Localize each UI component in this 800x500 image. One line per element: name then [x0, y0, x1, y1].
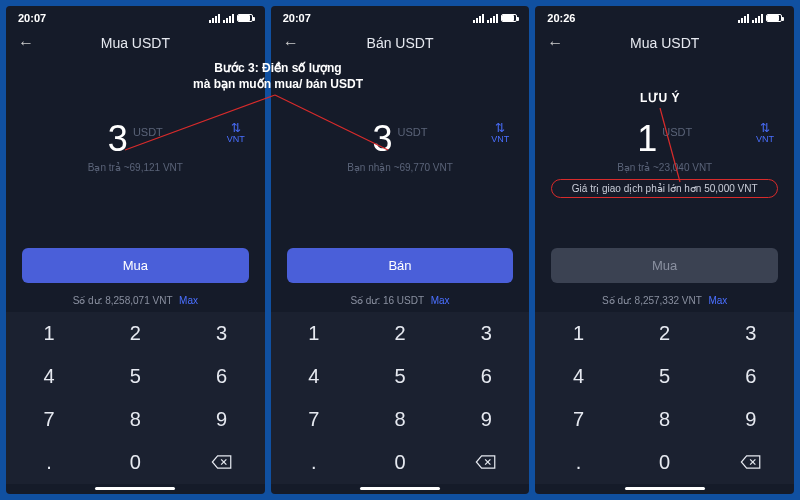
- screen-sell: 20:07 ← Bán USDT 3 USDT ⇅ VNT Bạn nhận ~…: [271, 6, 530, 494]
- numeric-keypad: 123456789.0: [535, 312, 794, 484]
- key-5[interactable]: 5: [92, 355, 178, 398]
- signal-icon: [209, 14, 220, 23]
- key-9[interactable]: 9: [708, 398, 794, 441]
- key-5[interactable]: 5: [357, 355, 443, 398]
- status-icons: [738, 14, 782, 23]
- key-3[interactable]: 3: [178, 312, 264, 355]
- amount-value: 3: [373, 118, 393, 160]
- header: ← Mua USDT: [6, 26, 265, 56]
- numeric-keypad: 123456789.0: [6, 312, 265, 484]
- amount-unit: USDT: [133, 126, 163, 138]
- signal-icon: [752, 14, 763, 23]
- key-8[interactable]: 8: [92, 398, 178, 441]
- balance-row: Số dư: 16 USDT Max: [271, 291, 530, 312]
- screen-warning: 20:26 ← Mua USDT 1 USDT ⇅ VNT Bạn trả ~2…: [535, 6, 794, 494]
- key-9[interactable]: 9: [178, 398, 264, 441]
- amount-value: 3: [108, 118, 128, 160]
- key-2[interactable]: 2: [357, 312, 443, 355]
- key-0[interactable]: 0: [357, 441, 443, 484]
- key-7[interactable]: 7: [6, 398, 92, 441]
- numeric-keypad: 123456789.0: [271, 312, 530, 484]
- swap-label: VNT: [491, 134, 509, 144]
- screen-buy: 20:07 ← Mua USDT 3 USDT ⇅ VNT Bạn trả ~6…: [6, 6, 265, 494]
- home-indicator[interactable]: [625, 487, 705, 490]
- key-7[interactable]: 7: [535, 398, 621, 441]
- max-button[interactable]: Max: [431, 295, 450, 306]
- key-5[interactable]: 5: [622, 355, 708, 398]
- conversion-text: Bạn nhận ~69,770 VNT: [271, 162, 530, 173]
- header: ← Mua USDT: [535, 26, 794, 56]
- key-1[interactable]: 1: [535, 312, 621, 355]
- key-3[interactable]: 3: [443, 312, 529, 355]
- signal-icon: [738, 14, 749, 23]
- amount-value: 1: [637, 118, 657, 160]
- swap-currency-button[interactable]: ⇅ VNT: [227, 122, 245, 145]
- amount-unit: USDT: [398, 126, 428, 138]
- home-indicator[interactable]: [95, 487, 175, 490]
- key-1[interactable]: 1: [6, 312, 92, 355]
- signal-icon: [487, 14, 498, 23]
- status-icons: [209, 14, 253, 23]
- key-7[interactable]: 7: [271, 398, 357, 441]
- min-amount-warning: Giá trị giao dịch phải lớn hơn 50,000 VN…: [551, 179, 778, 198]
- swap-label: VNT: [756, 134, 774, 144]
- status-icons: [473, 14, 517, 23]
- conversion-text: Bạn trả ~23,040 VNT: [535, 162, 794, 173]
- key-2[interactable]: 2: [622, 312, 708, 355]
- amount-input[interactable]: 3 USDT ⇅ VNT: [6, 118, 265, 160]
- page-title: Mua USDT: [18, 35, 253, 51]
- balance-row: Số dư: 8,258,071 VNT Max: [6, 291, 265, 312]
- status-time: 20:26: [547, 12, 575, 24]
- balance-text: Số dư: 8,258,071 VNT: [73, 295, 173, 306]
- home-indicator[interactable]: [360, 487, 440, 490]
- buy-button[interactable]: Mua: [22, 248, 249, 283]
- balance-text: Số dư: 16 USDT: [350, 295, 424, 306]
- max-button[interactable]: Max: [708, 295, 727, 306]
- key-dot[interactable]: .: [271, 441, 357, 484]
- swap-currency-button[interactable]: ⇅ VNT: [756, 122, 774, 145]
- battery-icon: [766, 14, 782, 22]
- signal-icon: [223, 14, 234, 23]
- swap-label: VNT: [227, 134, 245, 144]
- key-4[interactable]: 4: [271, 355, 357, 398]
- key-8[interactable]: 8: [622, 398, 708, 441]
- status-bar: 20:07: [271, 6, 530, 26]
- key-6[interactable]: 6: [708, 355, 794, 398]
- key-4[interactable]: 4: [6, 355, 92, 398]
- key-8[interactable]: 8: [357, 398, 443, 441]
- max-button[interactable]: Max: [179, 295, 198, 306]
- page-title: Mua USDT: [547, 35, 782, 51]
- status-bar: 20:07: [6, 6, 265, 26]
- conversion-text: Bạn trả ~69,121 VNT: [6, 162, 265, 173]
- status-bar: 20:26: [535, 6, 794, 26]
- amount-unit: USDT: [662, 126, 692, 138]
- key-9[interactable]: 9: [443, 398, 529, 441]
- key-4[interactable]: 4: [535, 355, 621, 398]
- page-title: Bán USDT: [283, 35, 518, 51]
- swap-currency-button[interactable]: ⇅ VNT: [491, 122, 509, 145]
- key-1[interactable]: 1: [271, 312, 357, 355]
- battery-icon: [237, 14, 253, 22]
- key-6[interactable]: 6: [178, 355, 264, 398]
- key-backspace[interactable]: [178, 441, 264, 484]
- key-dot[interactable]: .: [535, 441, 621, 484]
- sell-button[interactable]: Bán: [287, 248, 514, 283]
- battery-icon: [501, 14, 517, 22]
- buy-button-disabled: Mua: [551, 248, 778, 283]
- signal-icon: [473, 14, 484, 23]
- key-2[interactable]: 2: [92, 312, 178, 355]
- header: ← Bán USDT: [271, 26, 530, 56]
- amount-input[interactable]: 1 USDT ⇅ VNT: [535, 118, 794, 160]
- key-backspace[interactable]: [708, 441, 794, 484]
- key-0[interactable]: 0: [622, 441, 708, 484]
- key-dot[interactable]: .: [6, 441, 92, 484]
- status-time: 20:07: [283, 12, 311, 24]
- key-backspace[interactable]: [443, 441, 529, 484]
- key-0[interactable]: 0: [92, 441, 178, 484]
- amount-input[interactable]: 3 USDT ⇅ VNT: [271, 118, 530, 160]
- balance-text: Số dư: 8,257,332 VNT: [602, 295, 702, 306]
- key-6[interactable]: 6: [443, 355, 529, 398]
- status-time: 20:07: [18, 12, 46, 24]
- balance-row: Số dư: 8,257,332 VNT Max: [535, 291, 794, 312]
- key-3[interactable]: 3: [708, 312, 794, 355]
